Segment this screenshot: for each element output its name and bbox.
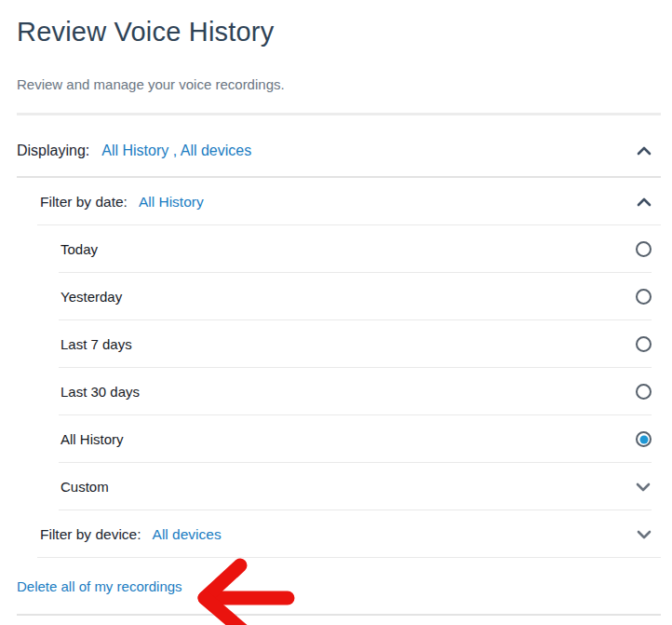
displaying-label: Displaying: [17, 143, 89, 159]
delete-all-recordings-link[interactable]: Delete all of my recordings [17, 578, 182, 594]
filter-by-device-row[interactable]: Filter by device: All devices [0, 510, 672, 558]
filter-by-date-label: Filter by date: [40, 194, 128, 211]
date-option-custom[interactable]: Custom [0, 463, 672, 510]
delete-row: Delete all of my recordings [0, 558, 672, 614]
date-option-last-30-days[interactable]: Last 30 days [0, 368, 672, 415]
page-title: Review Voice History [17, 13, 655, 50]
date-option-all-history[interactable]: All History [0, 415, 672, 463]
chevron-up-icon[interactable] [636, 143, 652, 159]
option-label: Custom [60, 479, 109, 495]
date-option-yesterday[interactable]: Yesterday [0, 273, 672, 320]
option-label: Last 30 days [60, 384, 140, 400]
review-voice-history-page: Review Voice History Review and manage y… [0, 13, 672, 625]
radio-unselected[interactable] [636, 241, 652, 257]
filter-by-device-value-link[interactable]: All devices [153, 526, 222, 543]
date-options-list: Today Yesterday Last 7 days Last 30 days… [0, 225, 672, 510]
option-label: Last 7 days [60, 336, 132, 352]
divider [17, 614, 661, 616]
radio-unselected[interactable] [636, 336, 652, 352]
option-label: All History [60, 431, 124, 447]
filter-by-date-value-link[interactable]: All History [139, 194, 204, 211]
date-option-today[interactable]: Today [0, 225, 672, 273]
displaying-value-link[interactable]: All History , All devices [101, 143, 251, 159]
chevron-down-icon[interactable] [635, 479, 652, 496]
chevron-down-icon[interactable] [636, 526, 652, 543]
option-label: Yesterday [60, 289, 122, 305]
radio-selected[interactable] [636, 431, 652, 447]
page-subtitle: Review and manage your voice recordings. [17, 76, 655, 93]
option-label: Today [60, 241, 98, 257]
chevron-up-icon[interactable] [636, 194, 652, 211]
filter-by-date-row[interactable]: Filter by date: All History [0, 178, 672, 225]
radio-unselected[interactable] [636, 289, 652, 305]
date-option-last-7-days[interactable]: Last 7 days [0, 320, 672, 368]
filter-by-device-label: Filter by device: [40, 526, 141, 543]
displaying-summary-row[interactable]: Displaying: All History , All devices [0, 115, 672, 176]
radio-unselected[interactable] [636, 384, 652, 400]
